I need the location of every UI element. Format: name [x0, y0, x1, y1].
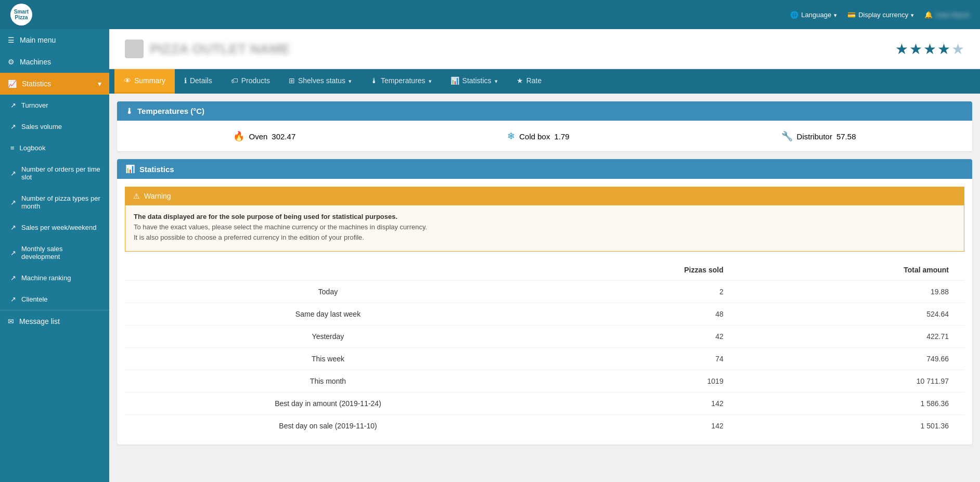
page-title: PIZZA OUTLET NAME [150, 41, 290, 57]
page-header: PIZZA OUTLET NAME ★ ★ ★ ★ ★ [109, 29, 980, 69]
statistics-icon: 📈 [8, 80, 17, 88]
table-row: Best day on sale (2019-11-10) 142 1 501.… [125, 415, 964, 437]
globe-icon: 🌐 [790, 11, 798, 19]
sidebar-label-monthly-sales: Monthly sales development [21, 245, 101, 260]
tab-products[interactable]: 🏷 Products [222, 69, 279, 94]
row-label: Best day in amount (2019-11-24) [125, 393, 531, 415]
tab-summary[interactable]: 👁 Summary [114, 69, 175, 94]
star-2: ★ [909, 41, 922, 58]
star-4: ★ [937, 41, 950, 58]
language-dropdown[interactable]: 🌐 Language [790, 11, 837, 19]
sidebar-item-statistics[interactable]: 📈 Statistics ▾ [0, 73, 109, 95]
currency-icon: 💳 [847, 11, 856, 19]
sales-week-icon: ↗ [10, 224, 16, 231]
warning-bold: The data displayed are for the sole purp… [134, 213, 397, 220]
star-tab-icon: ★ [517, 76, 523, 85]
sidebar: ☰ Main menu ⚙ Machines 📈 Statistics ▾ ↗ … [0, 29, 109, 482]
tab-statistics-label: Statistics [462, 76, 492, 85]
table-row: Best day in amount (2019-11-24) 142 1 58… [125, 393, 964, 415]
orders-timeslot-icon: ↗ [10, 170, 16, 177]
star-1: ★ [895, 41, 908, 58]
row-label: Today [125, 281, 531, 303]
warning-icon: ⚠ [133, 192, 140, 200]
oven-value: 302.47 [272, 132, 295, 141]
sidebar-item-clientele[interactable]: ↗ Clientele [0, 289, 109, 310]
sidebar-label-statistics: Statistics [22, 80, 51, 88]
sidebar-item-logbook[interactable]: ≡ Logbook [0, 137, 109, 159]
row-label: This month [125, 370, 531, 393]
row-label: Same day last week [125, 303, 531, 325]
clientele-icon: ↗ [10, 295, 16, 303]
currency-chevron [911, 11, 914, 19]
sidebar-item-turnover[interactable]: ↗ Turnover [0, 95, 109, 116]
chart-icon: 📊 [450, 76, 459, 85]
eye-icon: 👁 [124, 76, 131, 85]
tab-details-label: Details [190, 76, 212, 85]
tab-summary-label: Summary [134, 76, 165, 85]
user-label: User Name [935, 11, 970, 19]
col-period [125, 259, 531, 281]
sidebar-item-orders-per-timeslot[interactable]: ↗ Number of orders per time slot [0, 159, 109, 188]
sidebar-label-orders-timeslot: Number of orders per time slot [21, 165, 101, 181]
thermo-section-icon: 🌡 [125, 107, 133, 115]
sidebar-item-main-menu[interactable]: ☰ Main menu [0, 29, 109, 51]
currency-dropdown[interactable]: 💳 Display currency [847, 11, 914, 19]
logbook-icon: ≡ [10, 144, 15, 152]
stats-table-container: Pizzas sold Total amount Today 2 19.88 S… [125, 259, 964, 437]
sidebar-label-sales-volume: Sales volume [21, 123, 62, 131]
turnover-icon: ↗ [10, 101, 16, 109]
row-pizzas: 2 [531, 281, 739, 303]
user-menu[interactable]: 🔔 User Name [924, 11, 970, 19]
warning-line1: To have the exact values, please select … [134, 223, 956, 231]
tab-shelves-status[interactable]: ⊞ Shelves status [279, 69, 361, 94]
bell-icon: 🔔 [924, 11, 933, 19]
statistics-chevron: ▾ [98, 80, 101, 88]
distributor-value: 57.58 [836, 132, 856, 141]
shelves-chevron [349, 76, 352, 85]
sidebar-item-sales-per-week[interactable]: ↗ Sales per week/weekend [0, 217, 109, 238]
col-total-amount: Total amount [739, 259, 964, 281]
sidebar-item-monthly-sales[interactable]: ↗ Monthly sales development [0, 238, 109, 267]
cold-temp: ❄ Cold box 1.79 [507, 131, 569, 142]
sidebar-item-sales-volume[interactable]: ↗ Sales volume [0, 116, 109, 137]
statistics-header: 📊 Statistics [117, 159, 972, 179]
temperatures-row: 🔥 Oven 302.47 ❄ Cold box 1.79 🔧 Distribu… [117, 121, 972, 151]
temp-chevron [429, 76, 432, 85]
row-amount: 19.88 [739, 281, 964, 303]
sales-volume-icon: ↗ [10, 123, 16, 131]
table-row: Today 2 19.88 [125, 281, 964, 303]
warning-title: Warning [144, 192, 171, 200]
tab-rate[interactable]: ★ Rate [507, 69, 551, 94]
temperatures-title: Temperatures (°C) [137, 107, 204, 115]
col-pizzas-sold: Pizzas sold [531, 259, 739, 281]
oven-label: Oven [249, 132, 267, 141]
row-label: Yesterday [125, 325, 531, 348]
tab-temperatures[interactable]: 🌡 Temperatures [361, 69, 441, 94]
sidebar-item-machine-ranking[interactable]: ↗ Machine ranking [0, 267, 109, 289]
star-half: ★ [951, 41, 964, 58]
sidebar-label-pizza-types: Number of pizza types per month [21, 194, 101, 210]
oven-temp: 🔥 Oven 302.47 [233, 131, 295, 142]
temperatures-header: 🌡 Temperatures (°C) [117, 101, 972, 121]
warning-header: ⚠ Warning [125, 187, 964, 205]
logo-icon: SmartPizza [10, 4, 32, 25]
tab-statistics[interactable]: 📊 Statistics [441, 69, 507, 94]
row-pizzas: 142 [531, 393, 739, 415]
row-amount: 524.64 [739, 303, 964, 325]
sidebar-label-turnover: Turnover [21, 101, 48, 109]
tab-details[interactable]: ℹ Details [175, 69, 222, 94]
table-row: Same day last week 48 524.64 [125, 303, 964, 325]
chart-section-icon: 📊 [125, 164, 135, 174]
row-amount: 1 501.36 [739, 415, 964, 437]
top-navbar: SmartPizza 🌐 Language 💳 Display currency… [0, 0, 980, 29]
sidebar-label-machine-ranking: Machine ranking [21, 274, 71, 282]
sidebar-item-message-list[interactable]: ✉ Message list [0, 310, 109, 332]
statistics-panel: 📊 Statistics ⚠ Warning The data displaye… [117, 159, 972, 445]
warning-line2: It is also possible to choose a preferre… [134, 233, 956, 241]
currency-label: Display currency [858, 11, 908, 19]
stats-chevron [495, 76, 498, 85]
sidebar-item-machines[interactable]: ⚙ Machines [0, 51, 109, 73]
machine-thumbnail [125, 40, 144, 58]
temperatures-panel: 🌡 Temperatures (°C) 🔥 Oven 302.47 ❄ Cold… [117, 101, 972, 151]
sidebar-item-pizza-types-per-month[interactable]: ↗ Number of pizza types per month [0, 188, 109, 217]
